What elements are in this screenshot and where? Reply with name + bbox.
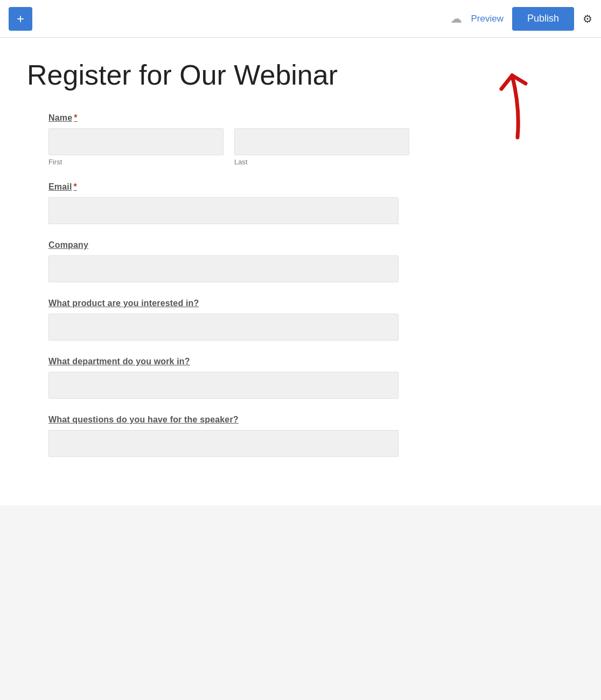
settings-button[interactable]: ⚙ — [583, 12, 592, 25]
form-container: Name* First Last Email* Company — [27, 113, 431, 457]
department-input[interactable] — [48, 372, 399, 399]
last-name-input[interactable] — [234, 128, 409, 155]
first-name-sublabel: First — [48, 158, 223, 166]
questions-label: What questions do you have for the speak… — [48, 415, 409, 425]
toolbar-right: ☁ Preview Publish ⚙ — [450, 7, 592, 31]
email-label: Email* — [48, 182, 409, 192]
plus-icon: + — [17, 12, 24, 25]
add-button[interactable]: + — [9, 7, 32, 31]
name-label: Name* — [48, 113, 409, 123]
first-name-col: First — [48, 128, 223, 166]
form-field-product: What product are you interested in? — [48, 299, 409, 341]
form-field-department: What department do you work in? — [48, 357, 409, 399]
cloud-icon: ☁ — [450, 12, 462, 26]
page-title: Register for Our Webinar — [27, 59, 574, 92]
product-input[interactable] — [48, 314, 399, 341]
toolbar: + ☁ Preview Publish ⚙ — [0, 0, 601, 38]
form-field-name: Name* First Last — [48, 113, 409, 166]
product-label: What product are you interested in? — [48, 299, 409, 308]
email-required-star: * — [74, 182, 77, 191]
gear-icon: ⚙ — [583, 12, 592, 25]
form-field-company: Company — [48, 240, 409, 282]
name-required-star: * — [74, 113, 77, 122]
preview-button[interactable]: Preview — [471, 13, 503, 24]
form-field-email: Email* — [48, 182, 409, 224]
last-name-sublabel: Last — [234, 158, 409, 166]
company-input[interactable] — [48, 255, 399, 282]
publish-button[interactable]: Publish — [512, 7, 574, 31]
first-name-input[interactable] — [48, 128, 223, 155]
questions-input[interactable] — [48, 430, 399, 457]
department-label: What department do you work in? — [48, 357, 409, 366]
name-field-row: First Last — [48, 128, 409, 166]
form-field-questions: What questions do you have for the speak… — [48, 415, 409, 457]
last-name-col: Last — [234, 128, 409, 166]
main-content: Register for Our Webinar Name* First Las… — [0, 38, 601, 505]
email-input[interactable] — [48, 197, 399, 224]
toolbar-left: + — [9, 7, 32, 31]
company-label: Company — [48, 240, 409, 250]
